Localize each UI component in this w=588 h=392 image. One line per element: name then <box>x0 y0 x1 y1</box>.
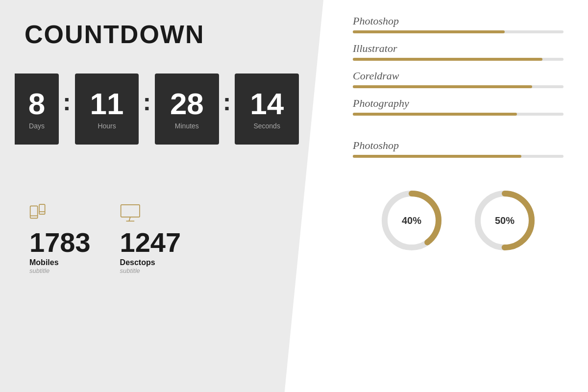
right-panel: Photoshop Illustrator Coreldraw Photogra… <box>323 0 588 392</box>
skill-bar-fill-photoshop-2 <box>353 155 521 158</box>
skill-bar-fill-photography <box>353 113 517 116</box>
timer-seconds-label: Seconds <box>253 122 280 130</box>
skill-name-coreldraw: Coreldraw <box>353 70 564 82</box>
skill-bar-bg-photoshop-1 <box>353 30 564 33</box>
skill-name-photoshop-1: Photoshop <box>353 15 564 27</box>
timer-row: 8 Days : 11 Hours : 28 Minutes : 14 Seco… <box>15 74 299 145</box>
skill-name-photoshop-2: Photoshop <box>353 139 564 152</box>
skill-photoshop-1: Photoshop <box>353 15 564 33</box>
timer-block-minutes: 28 Minutes <box>155 74 219 145</box>
skill-bar-bg-photoshop-2 <box>353 155 564 158</box>
circles-row: 40% 50% <box>353 186 564 255</box>
desktops-name: Desctops <box>120 258 181 267</box>
circle-40: 40% <box>377 186 446 255</box>
circle-40-label: 40% <box>402 215 421 226</box>
mobile-icon <box>29 203 91 225</box>
skill-coreldraw: Coreldraw <box>353 70 564 88</box>
svg-rect-0 <box>30 206 38 218</box>
skill-photography: Photography <box>353 97 564 116</box>
timer-days-number: 8 <box>28 89 45 119</box>
skill-photoshop-2: Photoshop <box>353 139 564 158</box>
timer-hours-number: 11 <box>90 89 124 119</box>
skill-bar-bg-illustrator <box>353 58 564 61</box>
timer-hours-label: Hours <box>98 122 116 130</box>
countdown-title: COUNTDOWN <box>24 20 299 49</box>
desktops-number: 1247 <box>120 229 181 256</box>
circle-50: 50% <box>470 186 539 255</box>
mobiles-subtitle: subtitle <box>29 267 91 274</box>
skill-name-photography: Photography <box>353 97 564 110</box>
stats-row: 1783 Mobiles subtitle 1247 Desctops subt… <box>29 203 299 274</box>
left-panel: COUNTDOWN 8 Days : 11 Hours : 28 Minutes… <box>0 0 323 392</box>
desktop-icon <box>120 203 181 225</box>
svg-rect-2 <box>39 204 45 214</box>
skill-bar-bg-photography <box>353 113 564 116</box>
skill-bar-fill-photoshop-1 <box>353 30 505 33</box>
timer-minutes-label: Minutes <box>175 122 199 130</box>
skill-bar-bg-coreldraw <box>353 85 564 88</box>
svg-line-5 <box>129 217 130 221</box>
colon-2: : <box>143 88 151 116</box>
stat-desktops: 1247 Desctops subtitle <box>120 203 181 274</box>
timer-minutes-number: 28 <box>170 89 204 119</box>
colon-3: : <box>223 88 231 116</box>
timer-seconds-number: 14 <box>250 89 284 119</box>
timer-block-days: 8 Days <box>15 74 59 145</box>
colon-1: : <box>63 88 71 116</box>
circle-50-label: 50% <box>495 215 514 226</box>
mobiles-number: 1783 <box>29 229 91 256</box>
skill-bar-fill-illustrator <box>353 58 542 61</box>
skill-photoshop-2-section: Photoshop <box>353 139 564 167</box>
skill-illustrator: Illustrator <box>353 42 564 61</box>
skill-name-illustrator: Illustrator <box>353 42 564 55</box>
skill-bar-fill-coreldraw <box>353 85 532 88</box>
desktops-subtitle: subtitle <box>120 267 181 274</box>
stat-mobiles: 1783 Mobiles subtitle <box>29 203 91 274</box>
timer-block-seconds: 14 Seconds <box>235 74 299 145</box>
timer-days-label: Days <box>29 122 45 130</box>
mobiles-name: Mobiles <box>29 258 91 267</box>
timer-block-hours: 11 Hours <box>75 74 139 145</box>
svg-rect-4 <box>121 205 139 217</box>
